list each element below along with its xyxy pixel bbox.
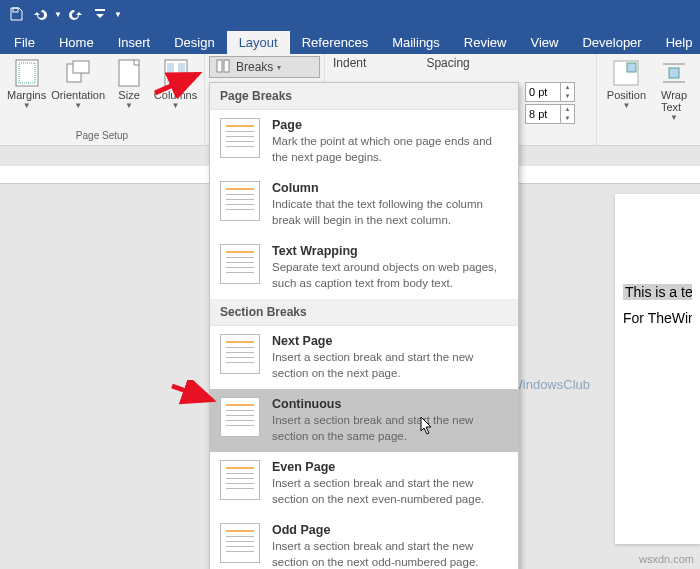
next-page-section-item[interactable]: Next Page Insert a section break and sta… <box>210 326 518 389</box>
indent-label: Indent <box>333 56 366 74</box>
chevron-down-icon: ▼ <box>670 113 678 122</box>
spacing-before-field[interactable] <box>526 86 560 98</box>
page-break-desc: Mark the point at which one page ends an… <box>272 134 508 165</box>
next-page-title: Next Page <box>272 334 508 348</box>
orientation-icon <box>64 59 92 87</box>
continuous-icon <box>220 397 260 437</box>
column-break-title: Column <box>272 181 508 195</box>
margins-icon <box>13 59 41 87</box>
text-wrap-title: Text Wrapping <box>272 244 508 258</box>
text-wrap-icon <box>220 244 260 284</box>
position-button[interactable]: Position ▼ <box>601 56 652 145</box>
tab-design[interactable]: Design <box>162 31 226 54</box>
even-page-icon <box>220 460 260 500</box>
breaks-button[interactable]: Breaks ▾ <box>209 56 320 78</box>
ribbon-tabs: File Home Insert Design Layout Reference… <box>0 28 700 54</box>
svg-rect-13 <box>627 63 636 72</box>
tab-file[interactable]: File <box>2 31 47 54</box>
chevron-down-icon: ▾ <box>277 63 281 72</box>
tab-mailings[interactable]: Mailings <box>380 31 452 54</box>
page-breaks-header: Page Breaks <box>210 83 518 110</box>
spin-down[interactable]: ▼ <box>561 92 574 101</box>
orientation-label: Orientation <box>51 89 105 101</box>
mouse-cursor <box>420 416 436 436</box>
svg-rect-5 <box>73 61 89 73</box>
undo-button[interactable] <box>28 2 52 26</box>
svg-rect-14 <box>669 68 679 78</box>
continuous-section-item[interactable]: Continuous Insert a section break and st… <box>210 389 518 452</box>
spacing-before-input[interactable]: ▲▼ <box>525 82 575 102</box>
size-icon <box>115 59 143 87</box>
page-break-title: Page <box>272 118 508 132</box>
spacing-after-input[interactable]: ▲▼ <box>525 104 575 124</box>
source-label: wsxdn.com <box>639 553 694 565</box>
page-setup-group-label: Page Setup <box>4 128 200 145</box>
next-page-icon <box>220 334 260 374</box>
chevron-down-icon: ▼ <box>622 101 630 110</box>
spacing-after-field[interactable] <box>526 108 560 120</box>
spin-down[interactable]: ▼ <box>561 114 574 123</box>
even-page-title: Even Page <box>272 460 508 474</box>
svg-rect-6 <box>119 60 139 86</box>
undo-dropdown[interactable]: ▼ <box>52 2 64 26</box>
tab-insert[interactable]: Insert <box>106 31 163 54</box>
svg-line-17 <box>155 74 198 93</box>
odd-page-icon <box>220 523 260 563</box>
tab-help[interactable]: Help <box>654 31 700 54</box>
svg-rect-0 <box>13 8 18 12</box>
odd-page-desc: Insert a section break and start the new… <box>272 539 508 569</box>
wrap-text-button[interactable]: WrapText ▼ <box>652 56 696 145</box>
tab-home[interactable]: Home <box>47 31 106 54</box>
odd-page-section-item[interactable]: Odd Page Insert a section break and star… <box>210 515 518 569</box>
chevron-down-icon: ▼ <box>23 101 31 110</box>
save-button[interactable] <box>4 2 28 26</box>
section-breaks-header: Section Breaks <box>210 299 518 326</box>
annotation-arrow-1 <box>150 68 210 98</box>
chevron-down-icon: ▼ <box>172 101 180 110</box>
svg-rect-10 <box>217 60 222 72</box>
continuous-desc: Insert a section break and start the new… <box>272 413 508 444</box>
size-label: Size <box>118 89 139 101</box>
page-break-icon <box>220 118 260 158</box>
breaks-label: Breaks <box>236 60 273 74</box>
document-page[interactable]: This is a tes For TheWin <box>615 194 700 544</box>
qat-more[interactable]: ▼ <box>112 2 124 26</box>
even-page-desc: Insert a section break and start the new… <box>272 476 508 507</box>
annotation-arrow-2 <box>168 380 220 410</box>
orientation-button[interactable]: Orientation ▼ <box>49 56 107 128</box>
next-page-desc: Insert a section break and start the new… <box>272 350 508 381</box>
even-page-section-item[interactable]: Even Page Insert a section break and sta… <box>210 452 518 515</box>
tab-review[interactable]: Review <box>452 31 519 54</box>
doc-line-2: For TheWin <box>623 310 692 326</box>
position-label: Position <box>607 89 646 101</box>
breaks-dropdown: Page Breaks Page Mark the point at which… <box>209 82 519 569</box>
text-wrap-desc: Separate text around objects on web page… <box>272 260 508 291</box>
doc-line-1: This is a tes <box>623 284 692 300</box>
svg-rect-11 <box>224 60 229 72</box>
breaks-icon <box>216 59 232 75</box>
chevron-down-icon: ▼ <box>125 101 133 110</box>
size-button[interactable]: Size ▼ <box>107 56 151 128</box>
column-break-desc: Indicate that the text following the col… <box>272 197 508 228</box>
continuous-title: Continuous <box>272 397 508 411</box>
spacing-label: Spacing <box>426 56 469 74</box>
customize-qat-button[interactable] <box>88 2 112 26</box>
svg-line-18 <box>172 386 212 400</box>
column-break-icon <box>220 181 260 221</box>
title-bar: ▼ ▼ <box>0 0 700 28</box>
spin-up[interactable]: ▲ <box>561 83 574 92</box>
wrap-text-icon <box>660 59 688 87</box>
text-wrapping-break-item[interactable]: Text Wrapping Separate text around objec… <box>210 236 518 299</box>
tab-references[interactable]: References <box>290 31 380 54</box>
column-break-item[interactable]: Column Indicate that the text following … <box>210 173 518 236</box>
tab-developer[interactable]: Developer <box>570 31 653 54</box>
odd-page-title: Odd Page <box>272 523 508 537</box>
margins-label: Margins <box>7 89 46 101</box>
page-break-item[interactable]: Page Mark the point at which one page en… <box>210 110 518 173</box>
spin-up[interactable]: ▲ <box>561 105 574 114</box>
position-icon <box>612 59 640 87</box>
redo-button[interactable] <box>64 2 88 26</box>
margins-button[interactable]: Margins ▼ <box>4 56 49 128</box>
tab-view[interactable]: View <box>518 31 570 54</box>
tab-layout[interactable]: Layout <box>227 31 290 54</box>
